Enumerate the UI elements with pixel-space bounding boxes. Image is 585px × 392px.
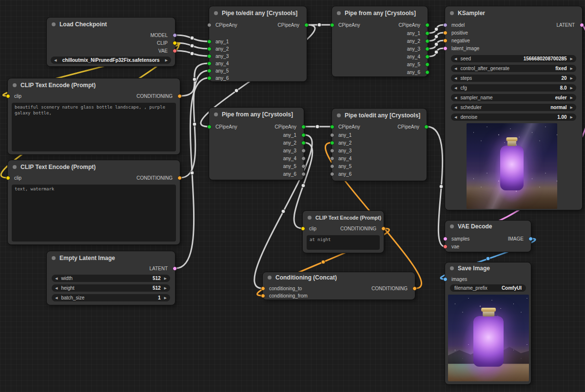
port-any6[interactable] — [207, 76, 212, 80]
node-save-image[interactable]: Save Image images filename_prefix ComfyU… — [445, 262, 531, 385]
port-vae[interactable] — [173, 49, 177, 53]
port-any3[interactable] — [301, 149, 306, 153]
port-any6[interactable] — [425, 70, 429, 75]
port-any1[interactable] — [207, 39, 212, 44]
stepper-left-icon[interactable]: ◀ — [454, 106, 457, 110]
port-conditioning-to[interactable] — [261, 286, 265, 291]
stepper-left-icon[interactable]: ◀ — [454, 67, 457, 71]
node-pipe-to-edit-any-top[interactable]: Pipe to/edit any [Crystools] CPipeAny CP… — [209, 6, 307, 82]
stepper-left-icon[interactable]: ◀ — [55, 296, 58, 300]
node-empty-latent-image[interactable]: Empty Latent Image LATENT ◀width 512▶ ◀h… — [46, 251, 176, 305]
port-latent-output[interactable] — [173, 266, 177, 271]
port-any2[interactable] — [330, 141, 334, 145]
stepper-right-icon[interactable]: ▶ — [570, 57, 573, 61]
port-conditioning-output[interactable] — [177, 176, 182, 180]
prompt-textarea[interactable]: at night — [307, 235, 380, 250]
node-header[interactable]: CLIP Text Encode (Prompt) — [303, 211, 384, 224]
collapse-dot-icon[interactable] — [13, 165, 17, 169]
port-any2[interactable] — [425, 39, 429, 43]
node-header[interactable]: VAE Decode — [445, 221, 531, 232]
widget-height[interactable]: ◀height 512▶ — [52, 284, 170, 292]
node-load-checkpoint[interactable]: Load Checkpoint MODEL CLIP VAE ◀ chillou… — [46, 17, 176, 67]
port-any1[interactable] — [301, 133, 306, 137]
port-any6[interactable] — [330, 172, 334, 176]
widget-denoise[interactable]: ◀denoise1.00▶ — [451, 113, 576, 121]
stepper-right-icon[interactable]: ▶ — [164, 277, 167, 280]
port-any4[interactable] — [330, 156, 334, 161]
port-image-output[interactable] — [528, 237, 533, 241]
stepper-right-icon[interactable]: ▶ — [570, 76, 573, 80]
widget-cfg[interactable]: ◀cfg8.0▶ — [451, 84, 576, 92]
port-any5[interactable] — [425, 62, 429, 67]
port-any2[interactable] — [301, 141, 306, 145]
collapse-dot-icon[interactable] — [268, 276, 272, 280]
stepper-left-icon[interactable]: ◀ — [454, 76, 457, 80]
port-conditioning-output[interactable] — [412, 286, 417, 291]
node-pipe-from-any-top[interactable]: Pipe from any [Crystools] CPipeAny CPipe… — [332, 6, 428, 77]
port-any2[interactable] — [207, 47, 212, 51]
node-header[interactable]: Pipe from any [Crystools] — [332, 6, 428, 20]
collapse-dot-icon[interactable] — [52, 256, 56, 260]
collapse-dot-icon[interactable] — [450, 266, 454, 270]
node-clip-text-encode-night[interactable]: CLIP Text Encode (Prompt) clip CONDITION… — [302, 210, 384, 253]
port-cpipe-output[interactable] — [425, 23, 429, 27]
node-pipe-from-any-mid[interactable]: Pipe from any [Crystools] CPipeAny CPipe… — [209, 107, 304, 180]
node-header[interactable]: Save Image — [445, 262, 531, 274]
port-any5[interactable] — [207, 69, 212, 73]
port-any3[interactable] — [425, 47, 429, 51]
port-positive-input[interactable] — [443, 31, 448, 35]
port-any3[interactable] — [330, 149, 334, 153]
stepper-right-icon[interactable]: ▶ — [164, 296, 167, 300]
node-header[interactable]: CLIP Text Encode (Prompt) — [8, 160, 180, 174]
node-header[interactable]: Pipe from any [Crystools] — [209, 108, 304, 121]
node-header[interactable]: Pipe to/edit any [Crystools] — [332, 109, 427, 122]
node-header[interactable]: Empty Latent Image — [47, 251, 175, 265]
stepper-left-icon[interactable]: ◀ — [454, 57, 457, 61]
collapse-dot-icon[interactable] — [337, 113, 341, 117]
collapse-dot-icon[interactable] — [52, 22, 56, 26]
port-any5[interactable] — [330, 164, 334, 168]
widget-steps[interactable]: ◀steps20▶ — [451, 75, 576, 82]
port-cpipe-output[interactable] — [304, 23, 309, 27]
port-latent-output[interactable] — [580, 23, 584, 27]
stepper-right-icon[interactable]: ▶ — [570, 86, 573, 90]
port-any3[interactable] — [207, 54, 212, 58]
node-header[interactable]: Conditioning (Concat) — [263, 272, 415, 283]
port-cpipe-input[interactable] — [330, 23, 334, 27]
node-clip-text-encode-positive[interactable]: CLIP Text Encode (Prompt) clip CONDITION… — [7, 78, 180, 155]
node-clip-text-encode-negative[interactable]: CLIP Text Encode (Prompt) clip CONDITION… — [7, 160, 180, 245]
port-latent-image-input[interactable] — [443, 46, 448, 51]
collapse-dot-icon[interactable] — [308, 216, 312, 220]
node-vae-decode[interactable]: VAE Decode samples vae IMAGE — [445, 220, 531, 252]
port-any1[interactable] — [425, 31, 429, 36]
port-any1[interactable] — [330, 133, 334, 137]
collapse-dot-icon[interactable] — [13, 83, 17, 87]
node-header[interactable]: KSampler — [445, 6, 582, 20]
collapse-dot-icon[interactable] — [214, 11, 218, 15]
collapse-dot-icon[interactable] — [337, 11, 341, 15]
port-any4[interactable] — [207, 61, 212, 66]
port-negative-input[interactable] — [443, 38, 448, 43]
port-images-input[interactable] — [443, 277, 448, 281]
stepper-right-icon[interactable]: ▶ — [570, 67, 573, 71]
port-conditioning-output[interactable] — [381, 226, 386, 231]
stepper-right-icon[interactable]: ▶ — [570, 96, 573, 100]
collapse-dot-icon[interactable] — [450, 224, 454, 228]
port-any5[interactable] — [301, 164, 306, 168]
collapse-dot-icon[interactable] — [214, 112, 218, 116]
ckpt-name-combo[interactable]: ◀ chilloutmix_NiPrunedFp32Fix.safetensor… — [51, 56, 171, 64]
port-cpipe-output[interactable] — [424, 125, 429, 129]
widget-width[interactable]: ◀width 512▶ — [52, 275, 170, 282]
port-vae-input[interactable] — [443, 244, 448, 249]
stepper-right-icon[interactable]: ▶ — [570, 106, 573, 110]
stepper-left-icon[interactable]: ◀ — [454, 115, 457, 119]
port-clip-input[interactable] — [301, 226, 305, 231]
widget-scheduler[interactable]: ◀schedulernormal▶ — [451, 104, 576, 111]
port-conditioning-from[interactable] — [261, 294, 265, 298]
widget-sampler-name[interactable]: ◀sampler_nameeuler▶ — [451, 94, 576, 101]
stepper-left-icon[interactable]: ◀ — [55, 277, 58, 280]
prompt-textarea[interactable]: beautiful scenery nature glass bottle la… — [12, 103, 176, 151]
port-model-input[interactable] — [443, 23, 448, 27]
stepper-right-icon[interactable]: ▶ — [164, 286, 167, 290]
port-cpipe-input[interactable] — [330, 125, 334, 129]
